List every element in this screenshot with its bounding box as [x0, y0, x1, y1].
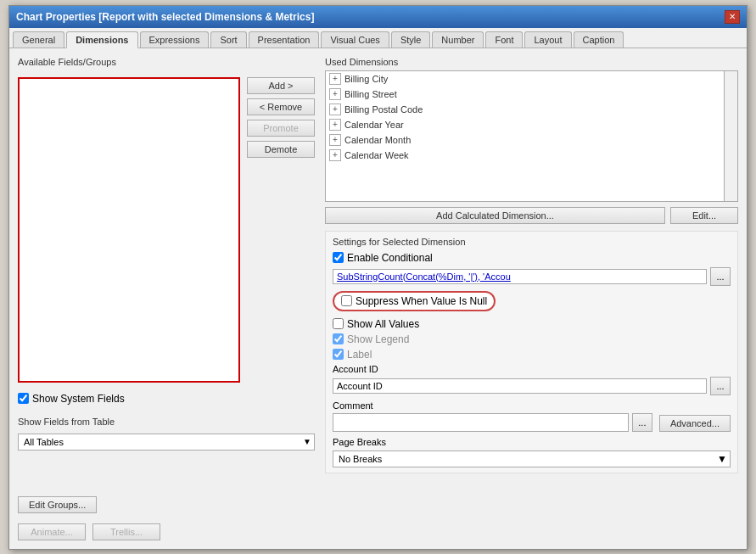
right-panel: Used Dimensions + Billing City + Billing… [325, 57, 738, 540]
page-breaks-dropdown: No Breaks ▼ [333, 450, 731, 467]
list-item[interactable]: + Calendar Year [326, 117, 724, 132]
account-id-section: Account ID ... [333, 364, 731, 395]
tab-font[interactable]: Font [485, 31, 523, 48]
comment-label: Comment [333, 400, 652, 411]
account-id-input[interactable] [333, 378, 707, 394]
expand-icon[interactable]: + [329, 119, 341, 131]
expression-row: SubStringCount(Concat(%Dim, '|'), 'Accou… [333, 267, 731, 286]
used-dimensions-label: Used Dimensions [325, 57, 738, 67]
tab-number[interactable]: Number [432, 31, 484, 48]
show-system-fields-checkbox[interactable] [18, 393, 29, 404]
show-system-fields-label: Show System Fields [32, 393, 125, 405]
available-fields-label: Available Fields/Groups [18, 57, 315, 67]
show-legend-label: Show Legend [347, 333, 409, 345]
suppress-when-label: Suppress When Value Is Null [356, 295, 487, 307]
promote-button[interactable]: Promote [247, 120, 315, 137]
used-dimensions-section: Used Dimensions + Billing City + Billing… [325, 57, 738, 224]
suppress-when-container: Suppress When Value Is Null [333, 291, 496, 311]
expand-icon[interactable]: + [329, 88, 341, 100]
account-id-label: Account ID [333, 364, 731, 374]
label-checkbox[interactable] [333, 349, 344, 360]
title-bar: Chart Properties [Report with selected D… [9, 6, 747, 28]
all-tables-select[interactable]: All Tables [18, 434, 315, 450]
show-fields-from-label: Show Fields from Table [18, 417, 315, 427]
scrollbar[interactable] [724, 71, 737, 201]
used-dimensions-list[interactable]: + Billing City + Billing Street + Billin… [325, 70, 738, 202]
expand-icon[interactable]: + [329, 134, 341, 146]
tab-bar: General Dimensions Expressions Sort Pres… [9, 28, 747, 48]
enable-conditional-checkbox[interactable] [333, 252, 344, 263]
page-breaks-label: Page Breaks [333, 437, 731, 447]
list-item[interactable]: + Billing Street [326, 87, 724, 102]
left-panel: Available Fields/Groups Add > < Remove P… [18, 57, 315, 540]
expand-icon[interactable]: + [329, 149, 341, 161]
tab-sort[interactable]: Sort [210, 31, 246, 48]
dim-label-billing-city: Billing City [344, 74, 388, 84]
window-title: Chart Properties [Report with selected D… [16, 11, 314, 23]
tab-dimensions[interactable]: Dimensions [66, 31, 137, 48]
add-button[interactable]: Add > [247, 77, 315, 94]
expand-icon[interactable]: + [329, 104, 341, 115]
comment-advanced-row: Comment ... Advanced... [333, 400, 731, 432]
label-row: Label [333, 349, 731, 361]
account-id-ellipsis-button[interactable]: ... [710, 377, 731, 395]
main-content: Available Fields/Groups Add > < Remove P… [9, 48, 747, 549]
dim-label-billing-postal: Billing Postal Code [344, 104, 423, 115]
comment-input[interactable] [333, 413, 629, 432]
dim-label-billing-street: Billing Street [344, 89, 397, 99]
comment-input-row: ... [333, 413, 652, 432]
suppress-when-checkbox[interactable] [341, 295, 352, 306]
label-checkbox-label: Label [347, 349, 372, 361]
page-breaks-select[interactable]: No Breaks [333, 450, 731, 467]
show-system-fields-row: Show System Fields [18, 393, 315, 405]
tab-expressions[interactable]: Expressions [140, 31, 210, 48]
dim-label-calendar-year: Calendar Year [344, 120, 404, 130]
show-all-values-checkbox[interactable] [333, 318, 344, 329]
title-bar-controls: ✕ [725, 10, 740, 24]
advanced-button[interactable]: Advanced... [659, 415, 731, 432]
calc-dim-row: Add Calculated Dimension... Edit... [325, 207, 738, 224]
show-legend-checkbox[interactable] [333, 333, 344, 344]
list-item[interactable]: + Calendar Week [326, 148, 724, 163]
remove-button[interactable]: < Remove [247, 98, 315, 115]
expression-ellipsis-button[interactable]: ... [710, 267, 731, 286]
enable-conditional-row: Enable Conditional [333, 252, 731, 264]
comment-section: Comment ... [333, 400, 652, 432]
demote-button[interactable]: Demote [247, 141, 315, 158]
trellis-button[interactable]: Trellis... [92, 523, 160, 540]
tab-style[interactable]: Style [391, 31, 430, 48]
dim-label-calendar-week: Calendar Week [344, 150, 409, 160]
all-tables-dropdown-container: All Tables ▼ [18, 434, 315, 450]
edit-groups-button[interactable]: Edit Groups... [18, 496, 97, 513]
animate-button[interactable]: Animate... [18, 523, 86, 540]
dim-label-calendar-month: Calendar Month [344, 135, 411, 145]
expression-text[interactable]: SubStringCount(Concat(%Dim, '|'), 'Accou [333, 269, 707, 284]
show-all-values-label: Show All Values [347, 318, 419, 330]
edit-dimension-button[interactable]: Edit... [670, 207, 738, 224]
settings-section: Settings for Selected Dimension Enable C… [325, 231, 738, 473]
tab-caption[interactable]: Caption [574, 31, 624, 48]
expand-icon[interactable]: + [329, 73, 341, 85]
suppress-when-row: Suppress When Value Is Null [333, 291, 731, 315]
add-calculated-button[interactable]: Add Calculated Dimension... [325, 207, 665, 224]
enable-conditional-label: Enable Conditional [347, 252, 433, 264]
close-button[interactable]: ✕ [725, 10, 740, 24]
dimension-buttons: Add > < Remove Promote Demote [247, 77, 315, 158]
show-all-values-row: Show All Values [333, 318, 731, 330]
list-item[interactable]: + Billing Postal Code [326, 102, 724, 117]
comment-ellipsis-button[interactable]: ... [632, 413, 652, 432]
list-item[interactable]: + Billing City [326, 71, 724, 87]
show-legend-row: Show Legend [333, 333, 731, 345]
available-fields-box[interactable] [18, 77, 240, 383]
tab-presentation[interactable]: Presentation [249, 31, 320, 48]
bottom-buttons: Edit Groups... [18, 491, 315, 513]
list-item[interactable]: + Calendar Month [326, 132, 724, 148]
page-breaks-section: Page Breaks No Breaks ▼ [333, 437, 731, 467]
tab-general[interactable]: General [13, 31, 64, 48]
settings-title: Settings for Selected Dimension [333, 237, 731, 247]
main-window: Chart Properties [Report with selected D… [8, 5, 748, 550]
account-id-row: ... [333, 377, 731, 395]
tab-visual-cues[interactable]: Visual Cues [321, 31, 389, 48]
tab-layout[interactable]: Layout [524, 31, 571, 48]
